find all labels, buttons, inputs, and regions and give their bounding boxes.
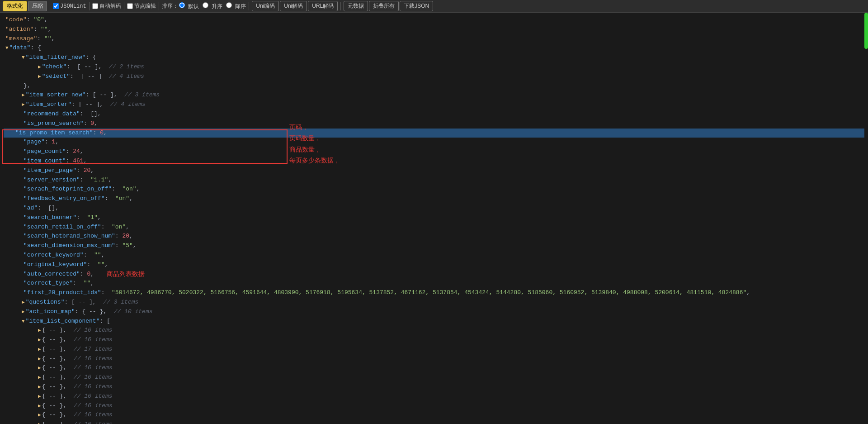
line-page: "page": 1, [4, 138, 868, 147]
page-annotation: 页码， [289, 122, 340, 132]
list-item-2: ▶{ -- }, // 16 items [4, 335, 868, 345]
meta-data-button[interactable]: 元数据 [344, 1, 368, 11]
line-page-count: "page_count": 24, [4, 147, 868, 157]
jsonlint-checkbox[interactable]: JSONLint [53, 3, 86, 10]
divider-2 [89, 2, 90, 10]
list-item-10: ▶{ -- }, // 16 items [4, 410, 868, 420]
arrow-list-3[interactable]: ▶ [38, 346, 41, 354]
line-item-list-component: ▼"item_list_component": [ [4, 317, 868, 326]
arrow-list-1[interactable]: ▶ [38, 327, 41, 335]
list-item-11: ▶{ -- }, // 16 items [4, 420, 868, 424]
arrow-item-filter[interactable]: ▼ [22, 54, 25, 62]
arrow-list-9[interactable]: ▶ [38, 402, 41, 410]
line-act-icon-map: ▶"act_icon_map": { -- }, // 10 items [4, 307, 868, 317]
line-item-filter-close: }, [4, 81, 868, 91]
divider-1 [50, 2, 50, 10]
format-button[interactable]: 格式化 [3, 1, 27, 11]
list-item-9: ▶{ -- }, // 16 items [4, 401, 868, 411]
line-hotbrand: "search_hotbrand_show_num": 20, [4, 232, 868, 241]
node-edit-checkbox[interactable]: 节点编辑 [127, 2, 156, 10]
arrow-list-6[interactable]: ▶ [38, 374, 41, 382]
annotation-labels: 页码， 页码数量， 商品数量， 每页多少条数据， [289, 122, 340, 166]
line-search-banner: "search_banner": "1", [4, 213, 868, 223]
list-item-1: ▶{ -- }, // 16 items [4, 326, 868, 335]
list-item-5: ▶{ -- }, // 16 items [4, 363, 868, 373]
line-original-keyword: "original_keyword": "", [4, 260, 868, 270]
list-item-6: ▶{ -- }, // 16 items [4, 373, 868, 382]
line-server-version: "server_version": "1.1", [4, 176, 868, 185]
arrow-questions[interactable]: ▶ [22, 299, 25, 307]
arrow-list-2[interactable]: ▶ [38, 336, 41, 344]
arrow-list-10[interactable]: ▶ [38, 411, 41, 419]
line-first-20-ids: "first_20_product_ids": "5014672, 498677… [4, 288, 868, 298]
auto-decode-checkbox[interactable]: 自动解码 [92, 2, 121, 10]
list-item-3: ▶{ -- }, // 17 items [4, 345, 868, 354]
list-item-8: ▶{ -- }, // 16 items [4, 392, 868, 401]
line-footprint: "serach_footprint_on_off": "on", [4, 185, 868, 194]
url-decode-button[interactable]: URL解码 [308, 1, 338, 11]
arrow-act-icon[interactable]: ▶ [22, 308, 25, 316]
arrow-list-8[interactable]: ▶ [38, 393, 41, 401]
arrow-select[interactable]: ▶ [38, 73, 41, 81]
line-dimension-max: "search_dimension_max_num": "5", [4, 241, 868, 251]
sort-options: 默认 升序 降序 [179, 2, 246, 10]
line-questions: ▶"questions": [ -- ], // 3 items [4, 298, 868, 307]
line-is-promo-item-search: "is_promo_item_search": 0, [4, 129, 868, 138]
arrow-check[interactable]: ▶ [38, 63, 41, 71]
arrow-item-list[interactable]: ▼ [22, 318, 25, 326]
line-ad: "ad": [], [4, 204, 868, 213]
arrow-list-4[interactable]: ▶ [38, 355, 41, 363]
line-is-promo-search: "is_promo_search": 0, [4, 119, 868, 129]
list-item-7: ▶{ -- }, // 16 items [4, 382, 868, 392]
sort-label: 排序： [162, 2, 178, 10]
item-list-annotation: 商品列表数据 [107, 269, 145, 279]
json-area: 页码， 页码数量， 商品数量， 每页多少条数据， 商品列表数据 "code": … [0, 13, 868, 424]
line-data: ▼"data": { [4, 43, 868, 53]
divider-6 [340, 2, 341, 10]
fold-all-button[interactable]: 折叠所有 [369, 1, 399, 11]
divider-4 [159, 2, 159, 10]
arrow-data[interactable]: ▼ [5, 44, 9, 52]
arrow-list-7[interactable]: ▶ [38, 383, 41, 391]
line-item-per-page: "item_per_page": 20, [4, 166, 868, 176]
line-item-sorter-new: ▶"item_sorter_new": [ -- ], // 3 items [4, 91, 868, 100]
list-item-4: ▶{ -- }, // 16 items [4, 354, 868, 364]
arrow-list-11[interactable]: ▶ [38, 421, 41, 424]
divider-5 [249, 2, 249, 10]
uni-encode-button[interactable]: Uni编码 [252, 1, 279, 11]
arrow-sorter[interactable]: ▶ [22, 101, 25, 109]
line-select: ▶"select": [ -- ] // 4 items [4, 72, 868, 81]
vertical-scrollbar[interactable] [864, 13, 868, 424]
uni-decode-button[interactable]: Uni解码 [280, 1, 307, 11]
download-button[interactable]: 下载JSON [400, 1, 433, 11]
arrow-sorter-new[interactable]: ▶ [22, 91, 25, 100]
line-code: "code": "0", [4, 15, 868, 25]
line-check: ▶"check": [ -- ], // 2 items [4, 62, 868, 72]
item-count-annotation: 商品数量， [289, 144, 340, 154]
line-correct-keyword: "correct_keyword": "", [4, 251, 868, 260]
line-action: "action": "", [4, 25, 868, 34]
line-correct-type: "correct_type": "", [4, 279, 868, 288]
line-item-sorter: ▶"item_sorter": [ -- ], // 4 items [4, 100, 868, 110]
line-message: "message": "", [4, 34, 868, 44]
line-search-retail: "search_retail_on_off": "on", [4, 223, 868, 232]
line-item-filter-new: ▼"item_filter_new": { [4, 53, 868, 62]
line-feedback-entry: "feedback_entry_on_off": "on", [4, 194, 868, 204]
line-recommend-data: "recommend_data": [], [4, 110, 868, 119]
arrow-list-5[interactable]: ▶ [38, 364, 41, 372]
scroll-thumb[interactable] [864, 13, 868, 49]
item-per-page-annotation: 每页多少条数据， [289, 155, 340, 165]
divider-3 [124, 2, 124, 10]
compress-button[interactable]: 压缩 [28, 1, 47, 11]
line-item-count: "item_count": 461, [4, 157, 868, 166]
page-count-annotation: 页码数量， [289, 133, 340, 143]
toolbar: 格式化 压缩 JSONLint 自动解码 节点编辑 排序： 默认 升序 降序 U… [0, 0, 868, 13]
